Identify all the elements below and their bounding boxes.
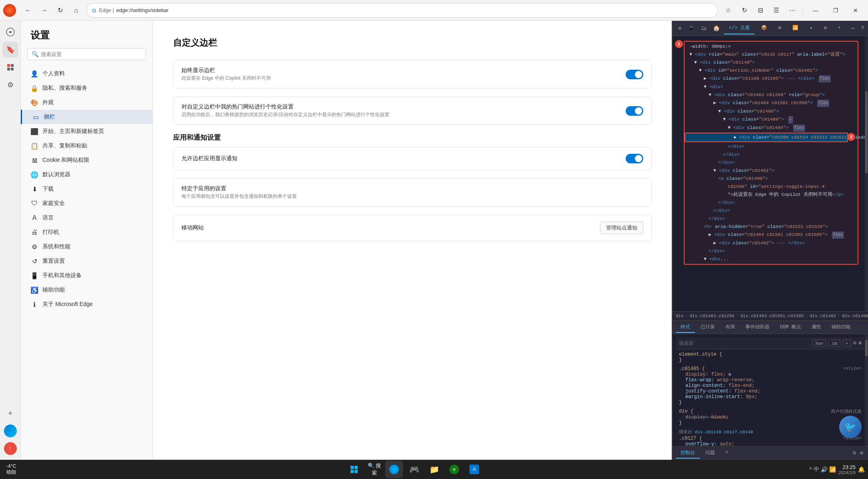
- taskbar-edge2-btn[interactable]: e: [445, 461, 463, 478]
- tab-issues[interactable]: 问题: [701, 448, 720, 459]
- ime-icon[interactable]: 中: [814, 466, 819, 473]
- tab-properties[interactable]: 属性: [807, 322, 826, 333]
- dt-device-icon[interactable]: 📱: [685, 23, 697, 33]
- collections-button[interactable]: ↻: [737, 3, 751, 18]
- taskbar-app-btn[interactable]: A: [465, 461, 483, 478]
- sidebar-item-mobile[interactable]: 📱手机和其他设备: [21, 268, 153, 283]
- dt-inspect-icon[interactable]: ⊙: [676, 23, 684, 33]
- address-bar[interactable]: ⊙ Edge | edge://settings/sidebar: [87, 3, 718, 18]
- close-button[interactable]: ✕: [846, 3, 865, 18]
- bc-item[interactable]: div.c01483.c01266: [689, 314, 734, 318]
- forward-button[interactable]: →: [37, 3, 51, 18]
- css-hov-btn[interactable]: :hov: [812, 340, 826, 347]
- more-tools-button[interactable]: ⋯: [785, 3, 800, 18]
- css-icon-btn-2[interactable]: ⊞: [859, 340, 862, 346]
- manage-notif-btn[interactable]: 管理站点通知: [600, 221, 643, 234]
- taskbar-game-btn[interactable]: 🎮: [405, 461, 423, 478]
- dt-tab-elements[interactable]: </> 元素: [724, 22, 755, 34]
- sidebar-item-about[interactable]: ℹ关于 Microsoft Edge: [21, 297, 153, 312]
- sidebar-item-system[interactable]: ⚙系统和性能: [21, 240, 153, 254]
- dt-tab-console[interactable]: 📦: [756, 22, 772, 34]
- tab-accessibility[interactable]: 辅助功能: [827, 322, 856, 333]
- selected-tree-line[interactable]: ◆ <div class="c01506 c01514 c01512 c0151…: [685, 133, 847, 141]
- sidebar-item-reset[interactable]: ↺重置设置: [21, 254, 153, 268]
- tab-console[interactable]: 控制台: [676, 448, 700, 459]
- tab-styles[interactable]: 样式: [676, 322, 695, 333]
- dt-more-icon[interactable]: ⋯: [849, 23, 857, 33]
- dt-tab-wifi[interactable]: 📶: [787, 22, 803, 34]
- css-icon-btn-1[interactable]: ⊟: [854, 340, 856, 346]
- sidebar-item-language[interactable]: A语言: [21, 211, 153, 225]
- sidebar-item-downloads[interactable]: ⬇下载: [21, 182, 153, 196]
- bc-item[interactable]: div: [676, 314, 684, 318]
- sidebar-item-browser[interactable]: 🌐默认浏览器: [21, 167, 153, 182]
- profile-avatar[interactable]: [4, 425, 17, 437]
- wifi-icon[interactable]: 📶: [829, 466, 836, 473]
- taskbar-edge-btn[interactable]: [385, 461, 403, 478]
- personalize-toggle[interactable]: [626, 106, 643, 116]
- css-scrollbar[interactable]: [865, 334, 868, 446]
- html-tree-scrollbar[interactable]: [865, 36, 868, 311]
- back-button[interactable]: ←: [21, 3, 35, 18]
- dt-dock-icon[interactable]: ⊟: [851, 448, 858, 458]
- always-show-toggle[interactable]: [626, 70, 643, 79]
- sidebar-item-share[interactable]: 📋共享、复制和粘贴: [21, 139, 153, 153]
- splitscreen-button[interactable]: ⊟: [753, 3, 767, 18]
- tab-layout[interactable]: 布局: [721, 322, 740, 333]
- sidebar-tools-btn[interactable]: 🔖: [2, 42, 18, 58]
- dt-tab-star[interactable]: ✦: [805, 22, 817, 34]
- chevron-up-icon[interactable]: ^: [810, 466, 812, 473]
- workspaces-button[interactable]: ☰: [769, 3, 783, 18]
- notification-icon[interactable]: 🔔: [858, 466, 865, 473]
- sidebar-item-accessibility[interactable]: ♿辅助功能: [21, 283, 153, 297]
- home-button[interactable]: ⌂: [69, 3, 83, 18]
- html-tree[interactable]: 1 -width: 300px;> ▼ <div role="main" cla…: [673, 36, 868, 311]
- css-scrollbar-thumb[interactable]: [865, 340, 868, 356]
- sidebar-item-family[interactable]: 🛡家庭安全: [21, 196, 153, 211]
- sidebar-settings-btn[interactable]: ⚙: [2, 77, 18, 93]
- dt-help-icon[interactable]: ?: [859, 24, 867, 33]
- inherit-link[interactable]: div.c01139.c0127.c0149: [695, 430, 753, 435]
- search-button[interactable]: 🔍 搜索: [365, 461, 383, 478]
- search-box[interactable]: 🔍: [27, 48, 146, 60]
- volume-icon[interactable]: 🔊: [821, 466, 828, 473]
- sidebar-item-profile[interactable]: 👤个人资料: [21, 66, 153, 81]
- taskbar-folder-btn[interactable]: 📁: [425, 461, 443, 478]
- dt-elements-icon[interactable]: 🗂: [699, 24, 709, 33]
- dt-settings-icon[interactable]: ⚙: [858, 448, 865, 458]
- dt-tab-settings[interactable]: ⚙: [819, 22, 832, 34]
- refresh-button[interactable]: ↻: [53, 3, 67, 18]
- tab-add-console[interactable]: +: [721, 448, 733, 458]
- sidebar-item-cookies[interactable]: ⊠Cookie 和网站权限: [21, 153, 153, 167]
- bc-item[interactable]: div.c01484.c01501.c01505: [740, 314, 804, 318]
- tab-computed[interactable]: 已计算: [696, 322, 720, 333]
- tree-line: ▼ <div class="c01491">: [685, 167, 858, 175]
- tab-event-listeners[interactable]: 事件侦听器: [741, 322, 774, 333]
- clock[interactable]: 23:25 2024/1/9: [838, 464, 856, 475]
- tab-dom-breakpoints[interactable]: DOM 断点: [775, 322, 806, 333]
- sidebar-copilot-btn[interactable]: [2, 24, 18, 40]
- sidebar-item-appearance[interactable]: 🎨外观: [21, 95, 153, 110]
- mobile-site-info: 移动网站: [181, 224, 204, 231]
- bc-item[interactable]: div.c01492: [810, 314, 836, 318]
- scrollbar-thumb[interactable]: [865, 91, 868, 173]
- minimize-button[interactable]: —: [806, 3, 825, 18]
- sidebar-item-start[interactable]: ⬛开始、主页和新建标签页: [21, 124, 153, 139]
- restore-button[interactable]: ❐: [826, 3, 845, 18]
- sidebar-item-sidebar[interactable]: ▭侧栏: [21, 110, 153, 124]
- start-button[interactable]: [345, 461, 363, 478]
- css-add-rule-btn[interactable]: +: [843, 340, 851, 347]
- sidebar-circle-btn[interactable]: [2, 59, 18, 75]
- css-filter-input[interactable]: [679, 340, 810, 346]
- favorites-button[interactable]: ☆: [721, 3, 735, 18]
- dt-tab-network[interactable]: ⊞: [773, 22, 786, 34]
- css-cls-btn[interactable]: .cls: [828, 340, 841, 347]
- app-notif-toggle[interactable]: [626, 154, 643, 163]
- dt-tab-add[interactable]: +: [833, 23, 846, 34]
- bc-item[interactable]: div.c01490: [842, 314, 868, 318]
- sidebar-add-btn[interactable]: +: [2, 405, 18, 421]
- search-input[interactable]: [41, 51, 142, 57]
- sidebar-item-privacy[interactable]: 🔒隐私、搜索和服务: [21, 81, 153, 95]
- sidebar-item-printer[interactable]: 🖨打印机: [21, 225, 153, 240]
- dt-home-icon[interactable]: 🏠: [711, 23, 722, 33]
